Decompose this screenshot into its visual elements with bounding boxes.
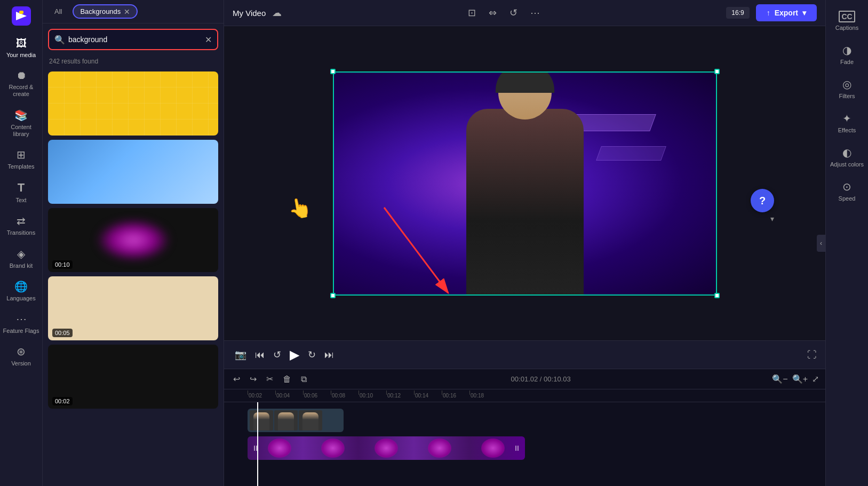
tl-expand-button[interactable]: ⤢ bbox=[812, 374, 819, 384]
timeline-time-display: 00:01.02 / 00:10.03 bbox=[511, 375, 571, 383]
time-separator: / bbox=[540, 375, 544, 383]
animate-button[interactable]: ↺ bbox=[505, 5, 522, 21]
help-button[interactable]: ? bbox=[751, 189, 774, 212]
sidebar-item-content-library[interactable]: 📚 Content library bbox=[0, 103, 42, 143]
tab-all[interactable]: All bbox=[48, 5, 68, 18]
media-item-yellow-bg[interactable] bbox=[48, 71, 218, 136]
media-item-beige-bg[interactable]: 00:05 bbox=[48, 276, 218, 340]
character-body bbox=[466, 109, 584, 296]
sidebar-label-your-media: Your media bbox=[6, 52, 36, 59]
search-clear-button[interactable]: ✕ bbox=[205, 35, 212, 45]
media-item-black-bg[interactable]: 00:02 bbox=[48, 345, 218, 409]
ruler-mark-5: 00:10 bbox=[359, 393, 386, 399]
beige-bg-preview bbox=[48, 276, 218, 340]
canvas-handle-bl[interactable] bbox=[330, 293, 336, 298]
right-item-filters[interactable]: ◎ Filters bbox=[826, 71, 868, 106]
canvas-handle-tr[interactable] bbox=[714, 69, 720, 74]
sidebar-label-feature-flags: Feature Flags bbox=[3, 328, 39, 334]
rewind-button[interactable]: ⏮ bbox=[253, 347, 267, 363]
background-track-row: ⏸ ⏸ bbox=[224, 434, 825, 462]
tab-backgrounds-label: Backgrounds bbox=[80, 7, 121, 15]
media-item-blue-bg[interactable] bbox=[48, 140, 218, 204]
canvas-handle-tl[interactable] bbox=[330, 69, 336, 74]
search-input[interactable] bbox=[65, 30, 205, 49]
right-item-captions[interactable]: CC Captions bbox=[826, 4, 868, 37]
sidebar-item-brand-kit[interactable]: ◈ Brand kit bbox=[0, 242, 42, 275]
thumb-1 bbox=[250, 410, 273, 431]
tab-backgrounds[interactable]: Backgrounds ✕ bbox=[73, 4, 138, 19]
thumb-2 bbox=[274, 410, 298, 431]
languages-icon: 🌐 bbox=[14, 280, 28, 293]
timeline-collapse-button[interactable]: ▾ bbox=[770, 214, 774, 223]
character-hair bbox=[496, 71, 554, 93]
sidebar-item-languages[interactable]: 🌐 Languages bbox=[0, 275, 42, 307]
effects-icon: ✦ bbox=[842, 112, 851, 125]
app-logo[interactable] bbox=[10, 4, 33, 28]
cursor-annotation: 👆 bbox=[286, 195, 314, 221]
ruler-mark-7: 00:14 bbox=[414, 393, 442, 399]
tl-zoom-in-button[interactable]: 🔍+ bbox=[792, 374, 808, 384]
fullscreen-button[interactable]: ⛶ bbox=[807, 349, 817, 361]
background-clip[interactable]: ⏸ ⏸ bbox=[248, 436, 525, 460]
sidebar-label-version: Version bbox=[11, 360, 31, 367]
sidebar-item-feature-flags[interactable]: ⋯ Feature Flags bbox=[0, 307, 42, 340]
back5-button[interactable]: ↺ bbox=[271, 347, 283, 363]
presenter-track-row bbox=[224, 407, 825, 434]
sidebar-label-record-create: Record &create bbox=[9, 84, 34, 98]
skip-end-button[interactable]: ⏭ bbox=[322, 347, 336, 363]
left-panel: All Backgrounds ✕ 🔍 ✕ 242 results found … bbox=[43, 0, 224, 486]
right-item-fade[interactable]: ◑ Fade bbox=[826, 37, 868, 71]
ruler-mark-8: 00:16 bbox=[442, 393, 469, 399]
main-area: My Video ☁ ⊡ ⇔ ↺ ⋯ 16:9 ↑ Export ▾ bbox=[224, 0, 825, 486]
play-button[interactable]: ▶ bbox=[288, 345, 301, 364]
ruler-marks: 00:02 00:04 00:06 00:08 00:10 00:12 00:1… bbox=[248, 393, 497, 399]
presenter-clip[interactable] bbox=[248, 409, 344, 432]
effects-label: Effects bbox=[838, 127, 856, 133]
thumb-person-2 bbox=[278, 412, 294, 431]
tl-redo-button[interactable]: ↪ bbox=[247, 372, 259, 386]
tl-delete-button[interactable]: 🗑 bbox=[280, 373, 294, 386]
sidebar-item-text[interactable]: T Text bbox=[0, 176, 42, 209]
tl-cut-button[interactable]: ✂ bbox=[264, 372, 276, 386]
transitions-icon: ⇄ bbox=[17, 214, 26, 227]
export-button[interactable]: ↑ Export ▾ bbox=[756, 4, 817, 21]
crop-button[interactable]: ⊡ bbox=[464, 5, 480, 21]
captions-label: Captions bbox=[835, 25, 858, 31]
flip-button[interactable]: ⇔ bbox=[484, 5, 501, 21]
track-pause-right: ⏸ bbox=[513, 444, 521, 452]
save-icon[interactable]: ☁ bbox=[272, 7, 282, 19]
tl-undo-button[interactable]: ↩ bbox=[230, 372, 243, 386]
sidebar-item-your-media[interactable]: 🖼 Your media bbox=[0, 32, 42, 64]
sidebar-label-text: Text bbox=[15, 197, 26, 204]
timeline-toolbar: ↩ ↪ ✂ 🗑 ⧉ 00:01.02 / 00:10.03 🔍− 🔍+ ⤢ bbox=[224, 369, 825, 389]
background-track-content[interactable]: ⏸ ⏸ bbox=[248, 436, 825, 460]
more-button[interactable]: ⋯ bbox=[526, 5, 544, 21]
media-item-purple-glow[interactable]: 00:10 bbox=[48, 208, 218, 272]
sidebar-item-transitions[interactable]: ⇄ Transitions bbox=[0, 209, 42, 242]
media-grid: 00:10 00:05 00:02 bbox=[43, 69, 224, 486]
sidebar-item-templates[interactable]: ⊞ Templates bbox=[0, 143, 42, 176]
timeline-tracks: ⏸ ⏸ bbox=[224, 402, 825, 486]
ruler-mark-4: 00:08 bbox=[331, 393, 359, 399]
presenter-track-content[interactable] bbox=[248, 409, 825, 432]
black-bg-preview bbox=[48, 345, 218, 409]
canvas-area[interactable]: 👆 ? ▾ bbox=[224, 26, 825, 340]
fade-label: Fade bbox=[840, 59, 854, 65]
right-item-speed[interactable]: ⊙ Speed bbox=[826, 174, 868, 208]
sidebar-item-version[interactable]: ⊛ Version bbox=[0, 340, 42, 372]
timeline-ruler: 00:02 00:04 00:06 00:08 00:10 00:12 00:1… bbox=[224, 389, 825, 402]
sidebar-item-record-create[interactable]: ⏺ Record &create bbox=[0, 64, 42, 103]
tl-zoom-out-button[interactable]: 🔍− bbox=[772, 374, 787, 384]
camera-toggle-button[interactable]: 📷 bbox=[233, 347, 249, 363]
right-panel-collapse-button[interactable]: ‹ bbox=[817, 235, 825, 252]
current-time: 00:01.02 bbox=[511, 375, 538, 383]
aspect-ratio-button[interactable]: 16:9 bbox=[726, 7, 749, 19]
tl-copy-button[interactable]: ⧉ bbox=[298, 373, 309, 386]
search-icon: 🔍 bbox=[54, 35, 65, 45]
tab-backgrounds-close[interactable]: ✕ bbox=[124, 8, 130, 15]
fwd5-button[interactable]: ↻ bbox=[306, 347, 318, 363]
right-item-effects[interactable]: ✦ Effects bbox=[826, 106, 868, 140]
bubble-5 bbox=[481, 439, 505, 458]
right-item-adjust-colors[interactable]: ◐ Adjust colors bbox=[826, 140, 868, 174]
canvas-handle-br[interactable] bbox=[714, 293, 720, 298]
